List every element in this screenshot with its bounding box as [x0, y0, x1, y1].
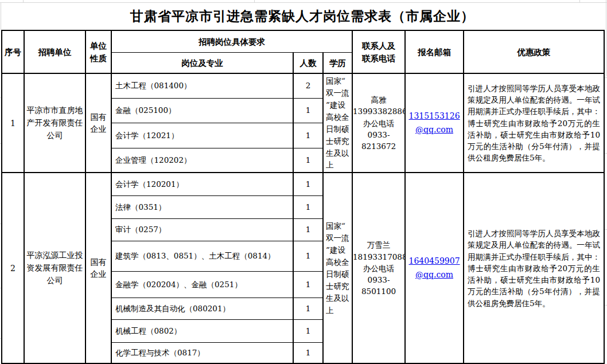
header-count: 人数 [293, 52, 323, 73]
page-title: 甘肃省平凉市引进急需紧缺人才岗位需求表（市属企业） [1, 3, 604, 30]
unit-type-cell: 国有企业 [85, 73, 111, 173]
position-cell: 金融学（020204）、金融（0251） [111, 271, 293, 298]
count-cell: 2 [293, 73, 323, 98]
employer-cell: 平凉市市直房地产开发有限责任公司 [24, 73, 85, 173]
header-email: 报名邮箱 [405, 30, 464, 73]
education-cell: 国家“双一流”建设高校全日制硕士研究生及以上 [323, 173, 352, 363]
header-seq: 序号 [2, 30, 24, 73]
header-position: 岗位及专业 [111, 52, 293, 73]
header-unit-type: 单位 性质 [85, 30, 111, 73]
position-cell: 金融（025100） [111, 98, 293, 123]
policy-cell: 引进人才按照同等学历人员享受本地政策规定及用人单位配套的待遇。一年试用期满并正式… [464, 173, 604, 363]
position-cell: 会计学（12021） [111, 123, 293, 148]
email-link[interactable]: 1640459907@qq.com [408, 256, 460, 279]
count-cell: 1 [293, 195, 323, 218]
email-cell: 1315153126@qq.com [405, 73, 464, 173]
job-demand-table: 序号 招聘单位 单位 性质 招聘岗位具体要求 联系人及 联系电话 报名邮箱 优惠… [1, 30, 605, 364]
seq-cell: 2 [2, 173, 24, 363]
header-education: 学历 [323, 52, 352, 73]
count-cell: 1 [293, 271, 323, 298]
position-cell: 企业管理（120202） [111, 148, 293, 173]
count-cell: 1 [293, 98, 323, 123]
count-cell: 1 [293, 298, 323, 319]
count-cell: 1 [293, 342, 323, 363]
count-cell: 1 [293, 218, 323, 241]
contact-cell: 高雅 13993382886 办公电话 0933-8213672 [352, 73, 405, 173]
header-requirements-group: 招聘岗位具体要求 [111, 30, 352, 52]
position-cell: 机械工程（0802） [111, 319, 293, 342]
table-row: 2 平凉泓源工业投资发展有限责任公司 国有企业 会计学（120201） 1 国家… [2, 173, 604, 195]
email-cell: 1640459907@qq.com [405, 173, 464, 363]
header-contact: 联系人及 联系电话 [352, 30, 405, 73]
contact-cell: 万雪兰 18193317088 办公电话 0933-8501100 [352, 173, 405, 363]
position-cell: 会计学（120201） [111, 173, 293, 195]
count-cell: 1 [293, 173, 323, 195]
count-cell: 1 [293, 123, 323, 148]
position-cell: 机械制造及其自动化（080201） [111, 298, 293, 319]
position-cell: 化学工程与技术（0817） [111, 342, 293, 363]
position-cell: 法律（0351） [111, 195, 293, 218]
seq-cell: 1 [2, 73, 24, 173]
position-cell: 建筑学（0813、0851）、土木工程（0814） [111, 241, 293, 271]
position-cell: 土木工程（081400） [111, 73, 293, 98]
header-employer: 招聘单位 [24, 30, 85, 73]
table-row: 1 平凉市市直房地产开发有限责任公司 国有企业 土木工程（081400） 2 国… [2, 73, 604, 98]
position-cell: 审计（0257） [111, 218, 293, 241]
spreadsheet-screenshot: 甘肃省平凉市引进急需紧缺人才岗位需求表（市属企业） 序号 招聘单位 单位 性质 … [0, 0, 607, 364]
count-cell: 1 [293, 241, 323, 271]
unit-type-cell: 国有企业 [85, 173, 111, 363]
education-cell: 国家“双一流”建设高校全日制硕士研究生及以上 [323, 73, 352, 173]
count-cell: 1 [293, 148, 323, 173]
employer-cell: 平凉泓源工业投资发展有限责任公司 [24, 173, 85, 363]
count-cell: 1 [293, 319, 323, 342]
gridline-right [606, 0, 606, 76]
header-policy: 优惠政策 [464, 30, 604, 73]
email-link[interactable]: 1315153126@qq.com [408, 111, 460, 134]
policy-cell: 引进人才按照同等学历人员享受本地政策规定及用人单位配套的待遇。一年试用期满并正式… [464, 73, 604, 173]
